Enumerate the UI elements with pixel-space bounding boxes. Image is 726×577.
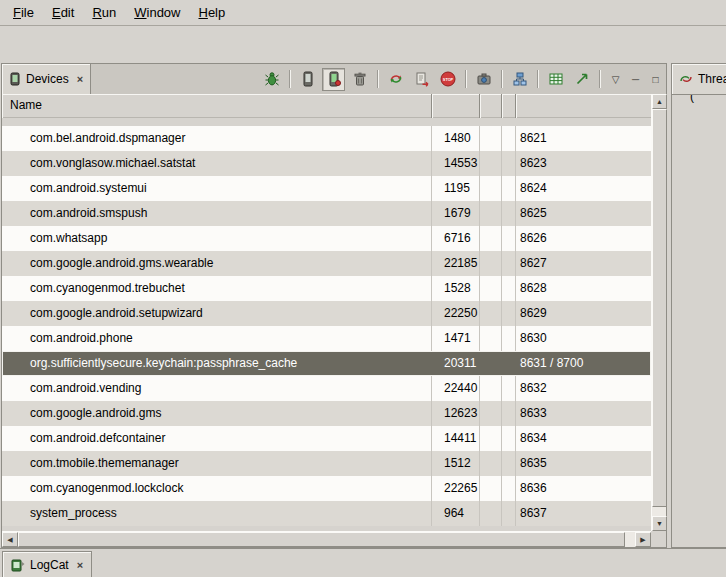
process-col4 xyxy=(502,501,516,526)
scroll-down-icon[interactable]: ▼ xyxy=(652,516,667,531)
process-port: 8624 xyxy=(516,176,651,201)
process-pid: 1480 xyxy=(432,126,480,151)
process-col3 xyxy=(480,326,502,351)
process-col3 xyxy=(480,376,502,401)
logcat-tab-close-icon[interactable]: × xyxy=(77,559,83,571)
process-port: 8635 xyxy=(516,451,651,476)
table-row[interactable]: com.android.phone14718630 xyxy=(2,326,651,351)
process-col3 xyxy=(480,426,502,451)
process-pid: 12623 xyxy=(432,401,480,426)
table-row[interactable]: com.vonglasow.michael.satstat145538623 xyxy=(2,151,651,176)
process-pid: 22185 xyxy=(432,251,480,276)
table-row[interactable]: com.google.android.gms126238633 xyxy=(2,401,651,426)
process-col4 xyxy=(502,351,516,376)
menu-item-window[interactable]: Window xyxy=(125,2,189,23)
process-port: 8629 xyxy=(516,301,651,326)
table-row[interactable]: com.cyanogenmod.lockclock222658636 xyxy=(2,476,651,501)
process-name: com.android.smspush xyxy=(2,201,432,226)
header-cell-port[interactable] xyxy=(516,94,651,118)
devices-tab[interactable]: Devices × xyxy=(2,64,91,94)
toolbar-separator xyxy=(289,70,290,88)
table-row[interactable]: com.google.android.gms.wearable221858627 xyxy=(2,251,651,276)
horizontal-scroll-thumb[interactable] xyxy=(18,532,625,547)
cause-gc-icon[interactable] xyxy=(348,68,371,91)
update-threads-icon[interactable] xyxy=(384,68,407,91)
process-name: com.google.android.gms.wearable xyxy=(2,251,432,276)
process-col3 xyxy=(480,476,502,501)
update-heap-icon[interactable] xyxy=(296,68,319,91)
header-cell-3[interactable] xyxy=(480,94,502,118)
process-port: 8637 xyxy=(516,501,651,526)
process-name: org.sufficientlysecure.keychain:passphra… xyxy=(2,351,432,376)
table-header: Name xyxy=(2,94,651,119)
maximize-icon[interactable]: □ xyxy=(648,71,663,87)
process-port: 8621 xyxy=(516,126,651,151)
process-name: com.android.systemui xyxy=(2,176,432,201)
debug-icon[interactable] xyxy=(260,68,283,91)
process-col3 xyxy=(480,401,502,426)
table-row[interactable]: com.google.android.setupwizard222508629 xyxy=(2,301,651,326)
table-row-selected[interactable]: org.sufficientlysecure.keychain:passphra… xyxy=(2,351,651,376)
process-col3 xyxy=(480,226,502,251)
process-col4 xyxy=(502,426,516,451)
threads-tab[interactable]: Threads xyxy=(672,64,726,94)
process-name: com.cyanogenmod.trebuchet xyxy=(2,276,432,301)
process-port: 8633 xyxy=(516,401,651,426)
process-name: com.android.defcontainer xyxy=(2,426,432,451)
devices-tab-close-icon[interactable]: × xyxy=(77,73,83,85)
table-row[interactable]: com.android.vending224408632 xyxy=(2,376,651,401)
process-col4 xyxy=(502,126,516,151)
table-row[interactable]: com.tmobile.thememanager15128635 xyxy=(2,451,651,476)
table-row[interactable]: com.bel.android.dspmanager14808621 xyxy=(2,126,651,151)
threads-view: Threads Thread up ( xyxy=(671,63,726,548)
process-name: com.vonglasow.michael.satstat xyxy=(2,151,432,176)
table-row[interactable]: com.whatsapp67168626 xyxy=(2,226,651,251)
toolbar-separator xyxy=(599,70,600,88)
main-toolbar xyxy=(0,26,726,63)
horizontal-scrollbar[interactable]: ◀ ▶ xyxy=(2,531,651,547)
process-col3 xyxy=(480,201,502,226)
header-cell-pid[interactable] xyxy=(432,94,480,118)
method-profiling-icon[interactable] xyxy=(570,68,593,91)
view-menu-icon[interactable]: ▽ xyxy=(608,71,623,87)
scroll-up-icon[interactable]: ▲ xyxy=(652,94,667,109)
table-row[interactable]: com.cyanogenmod.trebuchet15288628 xyxy=(2,276,651,301)
logcat-bar: LogCat × xyxy=(0,548,726,577)
process-pid: 1195 xyxy=(432,176,480,201)
scroll-left-icon[interactable]: ◀ xyxy=(2,532,18,547)
heap-dump-icon[interactable] xyxy=(322,68,345,91)
threads-icon xyxy=(679,72,693,86)
process-col4 xyxy=(502,251,516,276)
vertical-scroll-thumb[interactable] xyxy=(652,109,667,507)
stop-process-icon[interactable]: STOP xyxy=(436,68,459,91)
ui-hierarchy-icon[interactable] xyxy=(508,68,531,91)
header-cell-4[interactable] xyxy=(502,94,516,118)
table-row[interactable]: com.android.smspush16798625 xyxy=(2,201,651,226)
process-col3 xyxy=(480,151,502,176)
logcat-tab[interactable]: LogCat × xyxy=(2,551,92,577)
header-cell-name[interactable]: Name xyxy=(2,94,432,118)
table-row[interactable]: com.android.systemui11958624 xyxy=(2,176,651,201)
menu-bar: File Edit Run Window Help xyxy=(0,0,726,26)
dump-threads-icon[interactable] xyxy=(410,68,433,91)
screen-capture-icon[interactable] xyxy=(472,68,495,91)
menu-item-edit[interactable]: Edit xyxy=(43,2,83,23)
table-row[interactable]: system_process9648637 xyxy=(2,501,651,526)
threads-tab-label: Threads xyxy=(698,72,726,86)
scroll-right-icon[interactable]: ▶ xyxy=(635,532,651,547)
process-col4 xyxy=(502,476,516,501)
menu-item-help[interactable]: Help xyxy=(189,2,234,23)
process-pid: 22265 xyxy=(432,476,480,501)
process-col3 xyxy=(480,501,502,526)
minimize-icon[interactable]: ─ xyxy=(628,71,643,87)
process-col4 xyxy=(502,276,516,301)
vertical-scrollbar[interactable]: ▲ ▼ xyxy=(651,94,666,531)
table-row[interactable]: com.android.defcontainer144118634 xyxy=(2,426,651,451)
process-port: 8628 xyxy=(516,276,651,301)
menu-item-run[interactable]: Run xyxy=(83,2,125,23)
process-col3 xyxy=(480,126,502,151)
menu-item-file[interactable]: File xyxy=(4,2,43,23)
systrace-icon[interactable] xyxy=(544,68,567,91)
logcat-tab-label: LogCat xyxy=(30,558,69,572)
process-port: 8634 xyxy=(516,426,651,451)
